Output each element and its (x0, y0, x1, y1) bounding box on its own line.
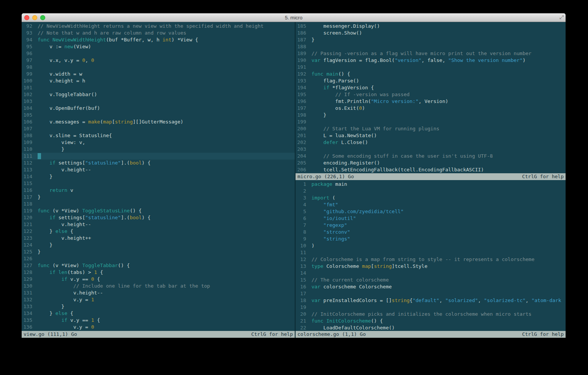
code-line[interactable]: 110 } (22, 146, 295, 153)
code-token: func (311, 71, 323, 78)
code-line[interactable]: 14 (296, 270, 566, 277)
code-line[interactable]: 8 "strconv" (296, 229, 566, 236)
code-line[interactable]: 191 (296, 64, 566, 71)
code-line[interactable]: 206 tcell.SetEncodingFallback(tcell.Enco… (296, 166, 566, 173)
code-line[interactable]: 205 encoding.Register() (296, 160, 566, 166)
code-line[interactable]: 128 if len(tabs) > 1 { (22, 269, 295, 276)
code-line[interactable]: 22 LoadDefaultColorscheme() (296, 324, 566, 331)
code-line[interactable]: 188 (296, 43, 566, 50)
code-line[interactable]: 16var colorscheme Colorscheme (296, 283, 566, 290)
code-line[interactable]: 12// Colorscheme is a map from string to… (296, 256, 566, 263)
code-line[interactable]: 193 flag.Parse() (296, 78, 566, 84)
code-line[interactable]: 197 os.Exit(0) (296, 105, 566, 112)
code-line[interactable]: 112 if settings["statusline"].(bool) { (22, 160, 295, 166)
code-line[interactable]: 129 if v.y == 0 { (22, 276, 295, 283)
titlebar[interactable]: 5. micro ⤢ (22, 13, 566, 22)
code-line[interactable]: 2 (296, 188, 566, 195)
code-line[interactable]: 203 (296, 146, 566, 153)
code-line[interactable]: 131 v.height-- (22, 290, 295, 296)
code-line[interactable]: 133 } (22, 303, 295, 310)
code-line[interactable]: 121 v.height-- (22, 221, 295, 228)
code-line[interactable]: 124 } (22, 242, 295, 248)
editor-pane-colorscheme-go[interactable]: 1package main23import (4 "fmt"5 "github.… (296, 180, 566, 331)
code-line[interactable]: 202 defer L.Close() (296, 139, 566, 146)
code-line[interactable]: 118 (22, 201, 295, 207)
code-line[interactable]: 190var flagVersion = flag.Bool("version"… (296, 57, 566, 64)
code-line[interactable]: 115 (22, 180, 295, 187)
code-line[interactable]: 120 if settings["statusline"].(bool) { (22, 214, 295, 221)
code-token: import (311, 195, 329, 201)
code-line[interactable]: 3import ( (296, 195, 566, 201)
code-line[interactable]: 127func (v *View) ToggleTabbar() { (22, 262, 295, 269)
code-token: 0 (82, 57, 85, 64)
code-line[interactable]: 99 v.width = w (22, 71, 295, 78)
code-line[interactable]: 186 screen.Show() (296, 30, 566, 36)
code-line[interactable]: 195 // If -version was passed (296, 91, 566, 98)
code-line[interactable]: 7 "regexp" (296, 222, 566, 229)
close-button[interactable] (24, 15, 29, 20)
code-line[interactable]: 130 // Include one line for the tab bar … (22, 283, 295, 290)
code-line[interactable]: 105 (22, 112, 295, 119)
code-line[interactable]: 114 } (22, 173, 295, 180)
code-line[interactable]: 125} (22, 248, 295, 255)
code-line[interactable]: 11 (296, 249, 566, 256)
code-line[interactable]: 111 (22, 153, 295, 160)
code-line[interactable]: 200 // Start the Lua VM for running plug… (296, 125, 566, 132)
code-line[interactable]: 103 (22, 98, 295, 105)
code-line[interactable]: 201 L = lua.NewState() (296, 132, 566, 139)
code-line[interactable]: 95 v := new(View) (22, 43, 295, 50)
code-line[interactable]: 122 } else { (22, 228, 295, 235)
code-line[interactable]: 98 (22, 64, 295, 71)
code-line[interactable]: 135 if v.y == 1 { (22, 317, 295, 324)
code-line[interactable]: 9 "strings" (296, 236, 566, 242)
code-line[interactable]: 104 v.OpenBuffer(buf) (22, 105, 295, 112)
code-line[interactable]: 113 v.height-- (22, 166, 295, 173)
code-line[interactable]: 17 (296, 290, 566, 297)
code-line[interactable]: 116 return v (22, 187, 295, 194)
code-line[interactable]: 6 "io/ioutil" (296, 215, 566, 222)
code-line[interactable]: 123 v.height++ (22, 235, 295, 242)
code-line[interactable]: 15// The current colorscheme (296, 277, 566, 283)
code-line[interactable]: 198 } (296, 112, 566, 119)
code-line[interactable]: 136 v.y = 0 (22, 324, 295, 331)
code-line[interactable]: 20// InitColorscheme picks and initializ… (296, 311, 566, 318)
code-line[interactable]: 100 v.height = h (22, 78, 295, 84)
zoom-button[interactable] (40, 15, 45, 20)
code-line[interactable]: 199 (296, 119, 566, 125)
code-line[interactable]: 108 v.sline = Statusline{ (22, 132, 295, 139)
code-line[interactable]: 1package main (296, 181, 566, 188)
minimize-button[interactable] (32, 15, 37, 20)
code-line[interactable]: 192func main() { (296, 71, 566, 78)
code-line[interactable]: 19 (296, 304, 566, 311)
code-line[interactable]: 4 "fmt" (296, 201, 566, 208)
code-line[interactable]: 189// Passing -version as a flag will ha… (296, 50, 566, 57)
code-line[interactable]: 18var preInstalledColors = []string{"def… (296, 297, 566, 304)
code-line[interactable]: 96 (22, 50, 295, 57)
code-line[interactable]: 204 // Some encoding stuff in case the u… (296, 153, 566, 160)
code-line[interactable]: 126 (22, 255, 295, 262)
code-line[interactable]: 109 view: v, (22, 139, 295, 146)
code-line[interactable]: 117} (22, 194, 295, 201)
code-line[interactable]: 94func NewViewWidthHeight(buf *Buffer, w… (22, 36, 295, 43)
resize-icon[interactable]: ⤢ (560, 14, 564, 21)
code-line[interactable]: 93// Note that w and h are raw column an… (22, 30, 295, 36)
code-line[interactable]: 119func (v *View) ToggleStatusLine() { (22, 207, 295, 214)
code-line[interactable]: 13type Colorscheme map[string]tcell.Styl… (296, 263, 566, 270)
code-line[interactable]: 106 v.messages = make(map[string][]Gutte… (22, 119, 295, 125)
code-line[interactable]: 5 "github.com/zyedidia/tcell" (296, 208, 566, 215)
code-line[interactable]: 21func InitColorscheme() { (296, 318, 566, 324)
code-line[interactable]: 97 v.x, v.y = 0, 0 (22, 57, 295, 64)
code-line[interactable]: 92// NewViewWidthHeight returns a new vi… (22, 23, 295, 30)
code-line[interactable]: 134 } else { (22, 310, 295, 317)
editor-pane-micro-go[interactable]: 185 messenger.Display()186 screen.Show()… (296, 22, 566, 173)
code-line[interactable]: 132 v.y = 1 (22, 296, 295, 303)
code-line[interactable]: 185 messenger.Display() (296, 23, 566, 30)
code-line[interactable]: 194 if *flagVersion { (296, 84, 566, 91)
editor-pane-view-go[interactable]: 92// NewViewWidthHeight returns a new vi… (22, 22, 295, 331)
code-line[interactable]: 187} (296, 36, 566, 43)
code-line[interactable]: 107 (22, 125, 295, 132)
code-line[interactable]: 102 v.ToggleTabbar() (22, 91, 295, 98)
code-line[interactable]: 10) (296, 242, 566, 249)
code-line[interactable]: 196 fmt.Println("Micro version:", Versio… (296, 98, 566, 105)
code-line[interactable]: 101 (22, 84, 295, 91)
